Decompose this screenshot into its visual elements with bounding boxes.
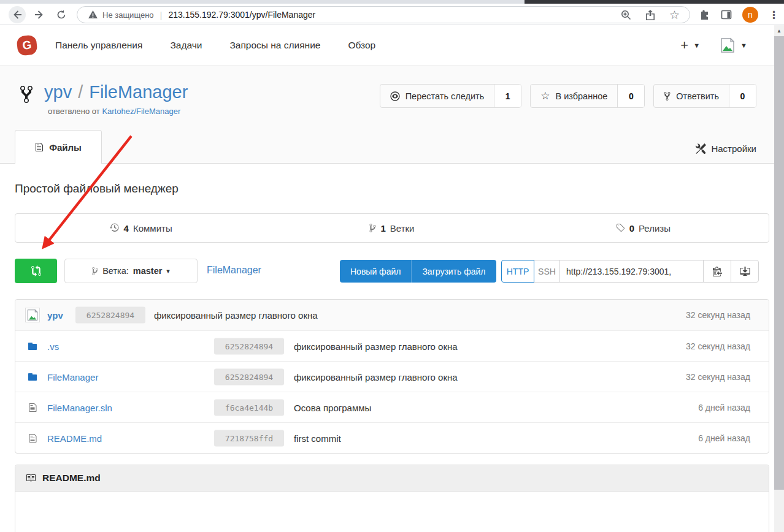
fork-icon: [18, 85, 34, 104]
zoom-icon[interactable]: [621, 10, 631, 20]
download-button[interactable]: [731, 260, 759, 283]
watchers-count[interactable]: 1: [494, 85, 521, 107]
copy-url-button[interactable]: [703, 260, 731, 283]
fork-origin-link[interactable]: Kartohez/FileManager: [102, 107, 180, 116]
security-label[interactable]: Не защищено: [102, 10, 154, 20]
star-button[interactable]: ☆ В избранное: [531, 85, 617, 107]
create-new-button[interactable]: +: [680, 37, 688, 53]
clone-ssh-button[interactable]: SSH: [534, 260, 560, 283]
file-commit-message-link[interactable]: Осова программы: [294, 402, 371, 412]
commit-hash-badge[interactable]: 6252824894: [75, 307, 145, 324]
commit-time: 32 секунд назад: [686, 310, 750, 320]
fork-note-prefix: ответвлено от: [48, 107, 100, 116]
commit-message-link[interactable]: фиксированный размер главного окна: [154, 310, 318, 321]
page-scrollbar[interactable]: ▲: [774, 25, 784, 532]
clipboard-copy-icon: [713, 266, 722, 276]
folder-icon: [28, 342, 37, 351]
stat-releases[interactable]: 0 Релизы: [518, 214, 769, 242]
file-icon: [29, 433, 37, 443]
star-label: В избранное: [555, 91, 607, 101]
file-commit-message-link[interactable]: first commit: [294, 433, 341, 443]
file-name-link[interactable]: FileManager: [47, 371, 98, 382]
file-name-link[interactable]: FileManager.sln: [47, 402, 112, 412]
browser-reload-button[interactable]: [53, 6, 70, 23]
nav-item-pull-requests[interactable]: Запросы на слияние: [229, 40, 320, 51]
tab-files-label: Файлы: [49, 142, 82, 153]
readme-panel: README.md: [15, 465, 769, 532]
side-panel-icon[interactable]: [721, 9, 732, 20]
commit-author-avatar-broken-image[interactable]: [25, 308, 40, 322]
commit-author-link[interactable]: ypv: [47, 310, 63, 321]
file-icon: [29, 403, 37, 412]
repo-stats-bar: 4 Коммиты 1 Ветки 0 Релизы: [15, 213, 769, 243]
file-row-filemanager: FileManager 6252824894 фиксированный раз…: [15, 361, 769, 392]
repo-owner-link[interactable]: ypv: [44, 82, 72, 102]
not-secure-warning-icon: [88, 10, 98, 19]
clone-http-button[interactable]: HTTP: [501, 260, 534, 283]
file-commit-hash-badge[interactable]: 7218758ffd: [214, 430, 284, 446]
browser-menu-icon[interactable]: ⋮: [769, 9, 779, 21]
file-row-readme: README.md 7218758ffd first commit 6 дней…: [15, 422, 769, 453]
clone-url-input[interactable]: [560, 260, 703, 282]
file-table: ypv 6252824894 фиксированный размер глав…: [15, 299, 769, 454]
file-row-filemanager-sln: FileManager.sln f6ca4e144b Осова програм…: [15, 392, 769, 422]
browser-profile-avatar[interactable]: n: [742, 7, 758, 23]
stat-commits[interactable]: 4 Коммиты: [15, 214, 266, 242]
gitea-logo[interactable]: G: [16, 34, 37, 56]
share-icon[interactable]: [645, 10, 656, 20]
repo-name-link[interactable]: FileManager: [89, 82, 188, 102]
avatar-initial: n: [748, 10, 753, 20]
file-name-link[interactable]: .vs: [47, 341, 59, 351]
file-commit-message-link[interactable]: фиксированный размер главного окна: [294, 371, 458, 382]
file-commit-message-link[interactable]: фиксированный размер главного окна: [294, 341, 458, 351]
tab-settings[interactable]: Настройки: [696, 143, 756, 154]
fork-label: Ответвить: [676, 91, 719, 101]
bookmark-star-icon[interactable]: ☆: [669, 9, 680, 21]
gitea-navbar: G Панель управления Задачи Запросы на сл…: [0, 25, 784, 66]
file-commit-hash-badge[interactable]: 6252824894: [214, 338, 284, 354]
fork-note: ответвлено от Kartohez/FileManager: [48, 107, 180, 116]
create-new-caret-icon[interactable]: ▼: [693, 42, 700, 49]
file-commit-hash-badge[interactable]: 6252824894: [214, 368, 284, 385]
nav-item-issues[interactable]: Задачи: [170, 40, 202, 51]
compare-button[interactable]: [15, 259, 57, 283]
repo-title: ypv/FileManager: [18, 82, 188, 104]
browser-forward-button[interactable]: [31, 6, 48, 23]
file-commit-hash-badge[interactable]: f6ca4e144b: [214, 399, 284, 416]
scrollbar-thumb[interactable]: [774, 36, 784, 490]
fork-button[interactable]: Ответвить: [654, 85, 729, 107]
address-bar[interactable]: Не защищено | 213.155.192.79:3001/ypv/Fi…: [77, 6, 690, 23]
new-file-button[interactable]: Новый файл: [340, 260, 411, 283]
scrollbar-up-arrow[interactable]: ▲: [774, 26, 784, 35]
url-text[interactable]: 213.155.192.79:3001/ypv/FileManager: [168, 10, 315, 20]
breadcrumb-repo-link[interactable]: FileManager: [207, 265, 261, 276]
browser-back-button[interactable]: [9, 6, 26, 23]
nav-item-dashboard[interactable]: Панель управления: [55, 40, 142, 51]
extensions-icon[interactable]: [699, 9, 710, 20]
repo-header: ypv/FileManager ответвлено от Kartohez/F…: [0, 66, 784, 164]
clone-url-field-wrap: [559, 260, 704, 283]
eye-icon: [390, 91, 400, 101]
compare-icon: [31, 265, 41, 276]
forks-count[interactable]: 0: [729, 85, 756, 107]
branch-caret-icon: ▾: [166, 267, 170, 275]
repo-description: Простой файловый менеджер: [15, 182, 179, 196]
upload-file-button[interactable]: Загрузить файл: [411, 260, 496, 283]
unwatch-button[interactable]: Перестать следить: [380, 85, 494, 107]
file-commit-time: 6 дней назад: [698, 433, 750, 443]
branches-label: Ветки: [390, 223, 415, 234]
stars-count[interactable]: 0: [617, 85, 644, 107]
app-window: Не защищено | 213.155.192.79:3001/ypv/Fi…: [0, 0, 784, 532]
settings-label: Настройки: [711, 143, 756, 154]
tab-files[interactable]: Файлы: [15, 130, 102, 164]
nav-item-explore[interactable]: Обзор: [348, 40, 375, 51]
branch-selector[interactable]: Ветка: master ▾: [64, 259, 198, 283]
file-name-link[interactable]: README.md: [47, 433, 102, 443]
star-icon: ☆: [540, 91, 550, 101]
branch-small-icon: [92, 267, 98, 276]
user-avatar-broken-image[interactable]: [720, 37, 736, 53]
branch-icon: [369, 223, 376, 233]
stat-branches[interactable]: 1 Ветки: [266, 214, 517, 242]
user-menu-caret-icon[interactable]: ▼: [740, 42, 747, 49]
back-icon: [12, 10, 22, 20]
